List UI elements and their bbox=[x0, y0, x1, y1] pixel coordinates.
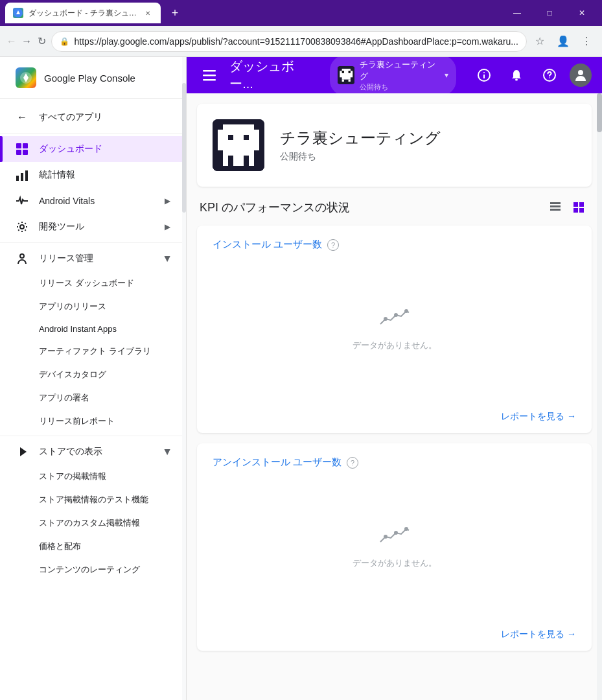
content-body: チラ裏シューティング 公開待ち KPI のパフォーマンスの状況 bbox=[187, 104, 602, 677]
kpi-title: KPI のパフォーマンスの状況 bbox=[200, 200, 350, 215]
list-view-button[interactable] bbox=[545, 197, 566, 218]
svg-point-28 bbox=[578, 70, 583, 75]
app-selector[interactable]: チラ裏シューティング 公開待ち ▾ bbox=[330, 57, 457, 96]
sidebar-subitem-app-signing[interactable]: アプリの署名 bbox=[0, 386, 186, 410]
installs-help-icon[interactable]: ? bbox=[327, 239, 339, 251]
kpi-card-uninstalls: アンインストール ユーザー数 ? データがありません。 bbox=[197, 443, 592, 651]
uninstalls-help-icon[interactable]: ? bbox=[347, 457, 358, 469]
main-content: ダッシュボー... bbox=[187, 57, 602, 700]
sidebar-header: Google Play Console bbox=[0, 57, 186, 99]
back-arrow-icon: ← bbox=[16, 111, 29, 124]
browser-titlebar: ダッシュボード - チラ裏シューティング - ✕ + — □ ✕ bbox=[0, 0, 602, 26]
svg-rect-35 bbox=[244, 135, 249, 140]
devtools-chevron-icon: ▶ bbox=[165, 222, 170, 231]
user-profile-button[interactable]: 👤 bbox=[553, 31, 573, 52]
sidebar: Google Play Console ← すべてのアプリ bbox=[0, 57, 187, 700]
main-scrollbar-thumb[interactable] bbox=[597, 93, 602, 132]
main-scrollbar[interactable] bbox=[597, 57, 602, 700]
kpi-uninstalls-title-link[interactable]: アンインストール ユーザー数 ? bbox=[213, 456, 576, 469]
sidebar-item-store[interactable]: ストアでの表示 ▶ bbox=[0, 439, 186, 465]
sidebar-item-dashboard[interactable]: ダッシュボード bbox=[0, 136, 186, 162]
svg-point-47 bbox=[395, 314, 397, 316]
info-button[interactable] bbox=[472, 62, 496, 88]
sidebar-subitem-pre-release-report[interactable]: リリース前レポート bbox=[0, 410, 186, 433]
sidebar-subitem-pricing[interactable]: 価格と配布 bbox=[0, 535, 186, 558]
forward-button[interactable]: → bbox=[21, 31, 34, 52]
sidebar-subitem-artifact-library[interactable]: アーティファクト ライブラリ bbox=[0, 340, 186, 363]
toolbar-actions: ☆ 👤 ⋮ bbox=[529, 31, 597, 52]
release-chevron-icon: ▶ bbox=[163, 256, 172, 262]
top-header: ダッシュボー... bbox=[187, 57, 602, 93]
svg-rect-3 bbox=[23, 143, 28, 148]
grid-view-button[interactable] bbox=[568, 197, 589, 218]
nav-divider-1 bbox=[0, 133, 186, 134]
release-icon bbox=[16, 252, 29, 265]
help-button[interactable] bbox=[537, 62, 562, 88]
hamburger-button[interactable] bbox=[197, 62, 222, 88]
close-button[interactable]: ✕ bbox=[567, 4, 597, 22]
store-icon bbox=[16, 445, 29, 458]
sidebar-scrollbar-thumb[interactable] bbox=[182, 83, 186, 213]
sidebar-subitem-custom-listing[interactable]: ストアのカスタム掲載情報 bbox=[0, 511, 186, 535]
new-tab-button[interactable]: + bbox=[166, 4, 184, 22]
maximize-button[interactable]: □ bbox=[535, 4, 564, 22]
sidebar-nav: ← すべてのアプリ ダッシュボード bbox=[0, 99, 186, 587]
svg-point-49 bbox=[384, 535, 387, 538]
sidebar-item-android-vitals[interactable]: Android Vitals ▶ bbox=[0, 188, 186, 214]
uninstalls-empty-text: データがありません。 bbox=[353, 557, 437, 569]
vitals-chevron-icon: ▶ bbox=[165, 196, 170, 205]
uninstalls-report-link[interactable]: レポートを見る → bbox=[501, 629, 576, 640]
sidebar-subitem-app-release[interactable]: アプリのリリース bbox=[0, 295, 186, 318]
sidebar-scrollbar[interactable] bbox=[182, 57, 186, 700]
app-name-large: チラ裏シューティング bbox=[280, 128, 441, 148]
minimize-button[interactable]: — bbox=[502, 4, 532, 22]
tab-close-button[interactable]: ✕ bbox=[143, 8, 153, 18]
browser-tab[interactable]: ダッシュボード - チラ裏シューティング - ✕ bbox=[5, 3, 161, 23]
tab-favicon bbox=[13, 8, 23, 18]
notifications-button[interactable] bbox=[504, 62, 529, 88]
avatar-button[interactable] bbox=[570, 64, 592, 87]
nav-divider-2 bbox=[0, 242, 186, 243]
sidebar-item-all-apps[interactable]: ← すべてのアプリ bbox=[0, 104, 186, 130]
devtools-label: 開発ツール bbox=[39, 221, 84, 233]
svg-point-10 bbox=[20, 254, 24, 258]
sidebar-subitem-release-dashboard[interactable]: リリース ダッシュボード bbox=[0, 272, 186, 295]
uninstalls-report-label: レポートを見る → bbox=[501, 629, 576, 640]
sidebar-subitem-store-test[interactable]: ストア掲載情報のテスト機能 bbox=[0, 488, 186, 511]
address-bar[interactable]: 🔒 https://play.google.com/apps/publish/?… bbox=[51, 31, 527, 52]
kpi-view-toggle bbox=[545, 197, 589, 218]
menu-button[interactable]: ⋮ bbox=[576, 31, 597, 52]
sidebar-subitem-device-catalog[interactable]: デバイスカタログ bbox=[0, 363, 186, 386]
svg-rect-5 bbox=[23, 150, 28, 155]
browser-toolbar: ← → ↻ 🔒 https://play.google.com/apps/pub… bbox=[0, 26, 602, 57]
app-icon-large bbox=[213, 119, 264, 171]
bookmark-button[interactable]: ☆ bbox=[529, 31, 550, 52]
kpi-installs-title-link[interactable]: インストール ユーザー数 ? bbox=[213, 239, 576, 251]
reload-button[interactable]: ↻ bbox=[36, 31, 49, 52]
installs-report-link[interactable]: レポートを見る → bbox=[501, 411, 576, 423]
sidebar-subitem-store-listing[interactable]: ストアの掲載情報 bbox=[0, 465, 186, 488]
back-button[interactable]: ← bbox=[5, 31, 18, 52]
sidebar-subitem-instant-apps[interactable]: Android Instant Apps bbox=[0, 318, 186, 340]
svg-rect-8 bbox=[25, 170, 28, 181]
sidebar-subitem-content-rating[interactable]: コンテンツのレーティング bbox=[0, 558, 186, 581]
installs-report-label: レポートを見る → bbox=[501, 411, 576, 423]
app-selector-chevron-icon: ▾ bbox=[445, 71, 448, 80]
svg-rect-17 bbox=[340, 71, 353, 77]
svg-rect-21 bbox=[348, 80, 350, 82]
lock-icon: 🔒 bbox=[60, 37, 69, 46]
svg-point-9 bbox=[20, 225, 24, 229]
svg-rect-12 bbox=[203, 70, 216, 72]
kpi-header: KPI のパフォーマンスの状況 bbox=[197, 197, 592, 218]
dashboard-icon bbox=[16, 143, 29, 156]
svg-rect-42 bbox=[573, 202, 578, 207]
svg-rect-36 bbox=[223, 156, 228, 166]
sidebar-item-dev-tools[interactable]: 開発ツール ▶ bbox=[0, 214, 186, 240]
svg-point-50 bbox=[395, 531, 397, 534]
sidebar-item-release-mgmt[interactable]: リリース管理 ▶ bbox=[0, 246, 186, 272]
sidebar-item-stats[interactable]: 統計情報 bbox=[0, 162, 186, 188]
no-data-graph-icon-2 bbox=[379, 524, 410, 550]
svg-rect-18 bbox=[342, 71, 343, 73]
app-info-text: チラ裏シューティング 公開待ち bbox=[280, 128, 441, 163]
kpi-uninstalls-footer: レポートを見る → bbox=[501, 629, 576, 640]
